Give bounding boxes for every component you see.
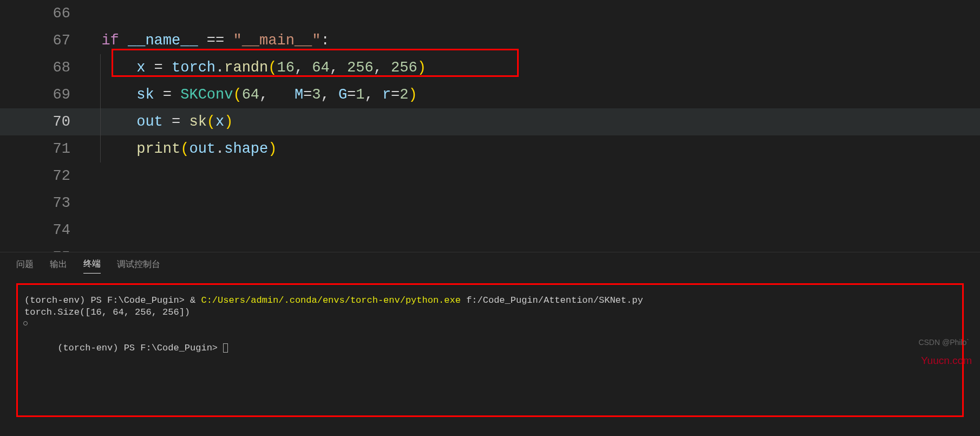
line-number: 68 [0,54,84,81]
line-number: 66 [0,0,84,27]
tab-debug-console[interactable]: 调试控制台 [117,259,160,274]
code-line[interactable]: 68 x = torch.randn(16, 64, 256, 256) [0,54,980,81]
csdn-watermark: CSDN @Philo` [918,338,969,347]
line-number: 73 [0,190,84,217]
line-number: 69 [0,81,84,108]
code-line[interactable]: 70 out = sk(x) [0,108,980,135]
code-line[interactable]: 69 sk = SKConv(64, M=3, G=1, r=2) [0,81,980,108]
code-editor[interactable]: 66 67 if __name__ == "__main__":68 x = t… [0,0,980,252]
code-line[interactable]: 67 if __name__ == "__main__": [0,27,980,54]
bottom-panel: 问题 输出 终端 调试控制台 (torch-env) PS F:\Code_Pu… [0,252,980,417]
line-number: 70 [0,108,84,135]
line-content: out = sk(x) [84,108,980,135]
line-content [84,162,980,190]
panel-tab-bar: 问题 输出 终端 调试控制台 [0,255,980,277]
line-number: 72 [0,162,84,190]
terminal-line: torch.Size([16, 64, 256, 256]) [24,307,949,318]
line-number: 67 [0,27,84,54]
line-content: sk = SKConv(64, M=3, G=1, r=2) [84,81,980,108]
line-number: 71 [0,135,84,162]
line-content [84,244,980,252]
line-content [84,217,980,244]
tab-output[interactable]: 输出 [50,259,67,274]
code-line[interactable]: 71 print(out.shape) [0,135,980,162]
terminal-cursor [223,343,228,353]
code-line[interactable]: 74 [0,217,980,244]
tab-problems[interactable]: 问题 [16,259,34,274]
code-line[interactable]: 66 [0,0,980,27]
line-number: 75 [0,244,84,252]
prompt-marker-icon [23,321,28,326]
line-number: 74 [0,217,84,244]
code-line[interactable]: 72 [0,162,980,190]
line-content: x = torch.randn(16, 64, 256, 256) [84,54,980,81]
tab-terminal[interactable]: 终端 [83,258,101,274]
line-content: if __name__ == "__main__": [84,27,980,54]
code-line[interactable]: 75 [0,244,980,252]
brand-watermark: Yuucn.com [921,355,972,367]
terminal-prompt-line: (torch-env) PS F:\Code_Pugin> [24,318,949,366]
terminal-line: (torch-env) PS F:\Code_Pugin> & C:/Users… [24,295,949,307]
terminal-output[interactable]: (torch-env) PS F:\Code_Pugin> & C:/Users… [16,283,964,417]
code-line[interactable]: 73 [0,190,980,217]
line-content [84,190,980,217]
line-content [84,0,980,27]
line-content: print(out.shape) [84,135,980,162]
